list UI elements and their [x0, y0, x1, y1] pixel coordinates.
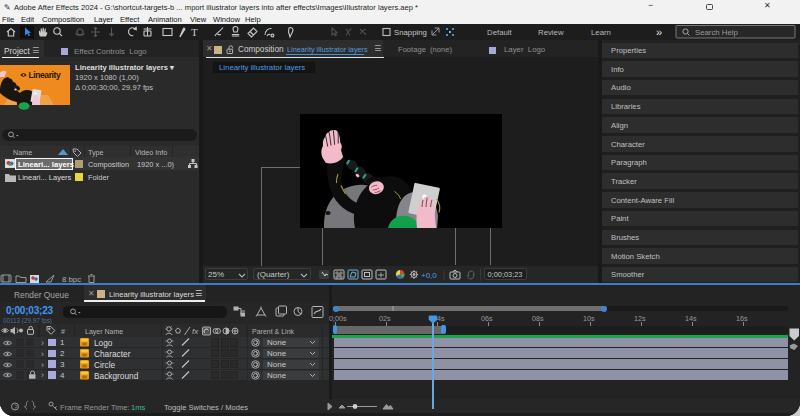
svg-text:»: » [656, 26, 662, 38]
svg-text:Default: Default [487, 28, 513, 37]
svg-text:Linearity: Linearity [29, 70, 62, 80]
svg-text:Learn: Learn [591, 28, 611, 37]
svg-text:#: # [61, 328, 65, 335]
svg-text:Snapping: Snapping [394, 28, 427, 37]
svg-text:Review: Review [538, 28, 564, 37]
svg-text:T: T [191, 26, 198, 38]
svg-text:+0,0: +0,0 [421, 271, 437, 280]
svg-text:Search Help: Search Help [695, 28, 739, 37]
svg-text:fx: fx [192, 327, 199, 336]
svg-text:Parent & Link: Parent & Link [252, 328, 295, 335]
svg-text:Layer Name: Layer Name [85, 328, 123, 336]
